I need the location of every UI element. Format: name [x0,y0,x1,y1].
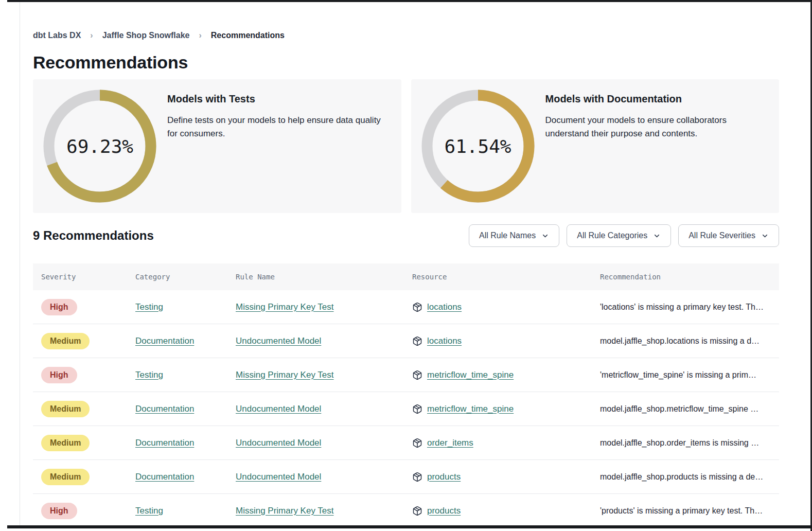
recommendations-table-body: High Testing Missing Primary Key Test lo… [33,290,779,528]
package-icon [412,370,422,380]
page-title: Recommendations [33,51,779,73]
table-row: Medium Documentation Undocumented Model … [33,426,779,460]
card-title: Models with Documentation [545,93,765,105]
rule-name-link[interactable]: Missing Primary Key Test [236,302,334,312]
column-header-rule-name: Rule Name [227,273,404,281]
severity-badge: Medium [41,469,90,485]
category-link[interactable]: Documentation [135,336,194,346]
rule-names-filter-label: All Rule Names [479,231,536,240]
chevron-down-icon [541,232,549,240]
package-icon [412,438,422,448]
recommendations-table: Severity Category Rule Name Resource Rec… [33,263,779,528]
breadcrumb-project[interactable]: dbt Labs DX [33,31,81,40]
package-icon [412,506,422,516]
documentation-percent-value: 61.54% [421,90,535,203]
rule-severities-filter-dropdown[interactable]: All Rule Severities [678,224,779,247]
table-row: High Testing Missing Primary Key Test lo… [33,290,779,324]
recommendation-text: 'metricflow_time_spine' is missing a pri… [600,370,756,379]
rule-severities-filter-label: All Rule Severities [689,231,755,240]
tests-donut-chart: 69.23% [43,90,156,203]
resource-link[interactable]: metricflow_time_spine [427,404,514,414]
filters: All Rule Names All Rule Categories All R… [469,224,779,247]
column-header-recommendation: Recommendation [592,273,779,281]
category-link[interactable]: Documentation [135,438,194,448]
tests-percent-value: 69.23% [43,90,156,203]
severity-badge: High [41,299,77,315]
severity-badge: Medium [41,435,90,451]
resource-link[interactable]: products [427,506,461,516]
models-with-documentation-card: 61.54% Models with Documentation Documen… [411,79,780,213]
rule-name-link[interactable]: Undocumented Model [236,438,321,448]
resource-link[interactable]: locations [427,302,462,312]
recommendation-text: model.jaffle_shop.products is missing a … [600,472,763,481]
category-link[interactable]: Documentation [135,404,194,414]
recommendation-text: 'locations' is missing a primary key tes… [600,303,764,311]
package-icon [412,336,422,346]
card-title: Models with Tests [167,93,387,105]
table-row: Medium Documentation Undocumented Model … [33,324,779,358]
recommendations-count: 9 Recommendations [33,228,154,243]
rule-name-link[interactable]: Missing Primary Key Test [236,506,334,516]
category-link[interactable]: Documentation [135,472,194,482]
table-row: Medium Documentation Undocumented Model … [33,392,779,426]
resource-link[interactable]: order_items [427,438,473,448]
resource-link[interactable]: products [427,472,461,482]
category-link[interactable]: Testing [135,302,163,312]
severity-badge: Medium [41,333,90,349]
package-icon [412,472,422,482]
column-header-resource: Resource [404,273,592,281]
rule-name-link[interactable]: Undocumented Model [236,336,321,346]
severity-badge: Medium [41,401,90,417]
rule-categories-filter-label: All Rule Categories [577,231,647,240]
list-header: 9 Recommendations All Rule Names All Rul… [33,224,779,247]
resource-link[interactable]: metricflow_time_spine [427,370,514,380]
stat-cards: 69.23% Models with Tests Define tests on… [33,79,779,213]
severity-badge: High [41,503,77,519]
package-icon [412,404,422,414]
rule-name-link[interactable]: Undocumented Model [236,472,321,482]
rule-name-link[interactable]: Undocumented Model [236,404,321,414]
chevron-down-icon [653,232,661,240]
column-header-category: Category [127,273,227,281]
rule-categories-filter-dropdown[interactable]: All Rule Categories [567,224,671,247]
rule-names-filter-dropdown[interactable]: All Rule Names [469,224,559,247]
table-row: High Testing Missing Primary Key Test me… [33,358,779,392]
recommendation-text: model.jaffle_shop.order_items is missing… [600,438,759,447]
chevron-right-icon: › [199,31,201,40]
column-header-severity: Severity [33,273,127,281]
table-row: High Testing Missing Primary Key Test pr… [33,494,779,528]
resource-link[interactable]: locations [427,336,462,346]
breadcrumb: dbt Labs DX › Jaffle Shop Snowflake › Re… [33,30,779,41]
documentation-donut-chart: 61.54% [421,90,535,203]
severity-badge: High [41,367,77,383]
chevron-down-icon [761,232,769,240]
breadcrumb-current-page: Recommendations [211,31,285,40]
recommendation-text: model.jaffle_shop.metricflow_time_spine … [600,404,758,413]
main-content: dbt Labs DX › Jaffle Shop Snowflake › Re… [33,0,779,528]
category-link[interactable]: Testing [135,506,163,516]
package-icon [412,302,422,312]
category-link[interactable]: Testing [135,370,163,380]
breadcrumb-environment[interactable]: Jaffle Shop Snowflake [102,31,190,40]
rule-name-link[interactable]: Missing Primary Key Test [236,370,334,380]
window-edge-bottom [7,525,812,528]
table-header-row: Severity Category Rule Name Resource Rec… [33,263,779,290]
recommendation-text: model.jaffle_shop.locations is missing a… [600,337,760,345]
card-description: Define tests on your models to help ensu… [167,114,387,141]
table-row: Medium Documentation Undocumented Model … [33,460,779,494]
recommendation-text: 'products' is missing a primary key test… [600,506,763,515]
models-with-tests-card: 69.23% Models with Tests Define tests on… [33,79,401,213]
card-description: Document your models to ensure collabora… [545,114,765,141]
sidebar-divider [20,2,20,525]
chevron-right-icon: › [90,31,93,40]
